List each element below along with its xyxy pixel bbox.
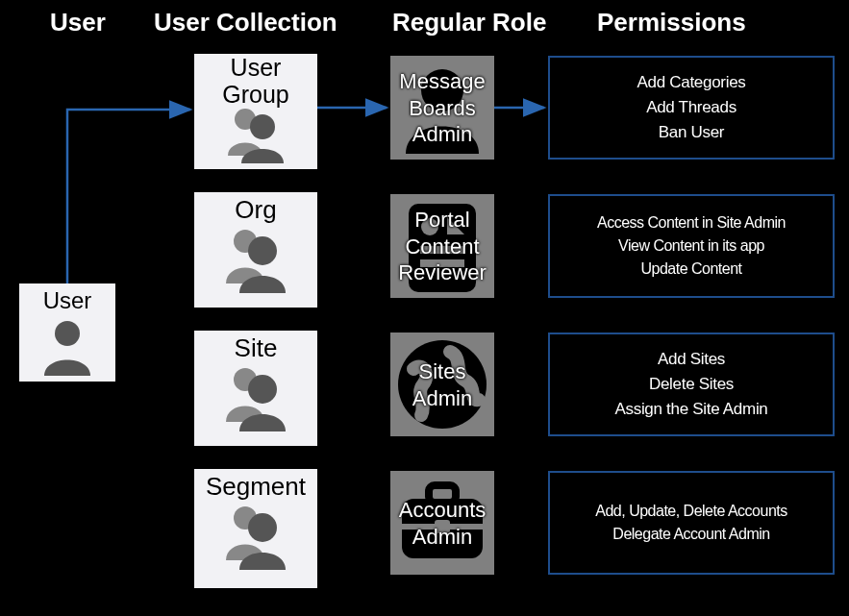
permission-item: Update Content [640,260,741,278]
svg-point-2 [250,114,275,139]
collection-org: Org [194,192,317,308]
header-user: User [50,8,106,37]
svg-point-0 [55,321,80,346]
header-permissions: Permissions [597,8,746,37]
role-label: MessageBoardsAdmin [390,68,494,148]
svg-point-4 [248,236,277,265]
user-node: User [19,283,115,382]
group-icon [220,503,291,570]
collection-label: Org [194,192,317,224]
collection-segment: Segment [194,469,317,588]
permission-item: Delegate Account Admin [612,526,769,543]
permission-item: View Content in its app [618,237,764,255]
permissions-accounts: Add, Update, Delete Accounts Delegate Ac… [548,471,835,575]
role-accounts-admin: AccountsAdmin [390,471,494,575]
role-label: SitesAdmin [390,358,494,411]
permission-item: Delete Sites [649,375,734,394]
role-label: AccountsAdmin [390,497,494,550]
group-icon [220,364,291,431]
group-icon [220,106,291,163]
permission-item: Assign the Site Admin [614,400,767,419]
permission-item: Add Sites [658,350,725,369]
permissions-portal-content: Access Content in Site Admin View Conten… [548,194,835,298]
permission-item: Add, Update, Delete Accounts [595,503,787,520]
permissions-sites: Add Sites Delete Sites Assign the Site A… [548,333,835,436]
permission-item: Add Categories [637,73,746,92]
permission-item: Add Threads [646,98,737,117]
svg-point-8 [248,513,277,542]
collection-label: Segment [194,469,317,501]
role-message-boards-admin: MessageBoardsAdmin [390,56,494,160]
role-portal-content-reviewer: PortalContentReviewer [390,194,494,298]
permissions-message-boards: Add Categories Add Threads Ban User [548,56,835,160]
role-label: PortalContentReviewer [390,207,494,286]
collection-user-group: UserGroup [194,54,317,169]
collection-site: Site [194,331,317,446]
user-node-label: User [19,283,115,314]
collection-label: Site [194,331,317,362]
permission-item: Access Content in Site Admin [597,214,786,232]
group-icon [220,226,291,293]
role-sites-admin: SitesAdmin [390,333,494,436]
header-collection: User Collection [154,8,337,37]
permission-item: Ban User [659,123,724,142]
header-role: Regular Role [392,8,546,37]
collection-label: UserGroup [194,54,317,108]
person-icon [40,318,94,376]
svg-point-6 [248,375,277,404]
